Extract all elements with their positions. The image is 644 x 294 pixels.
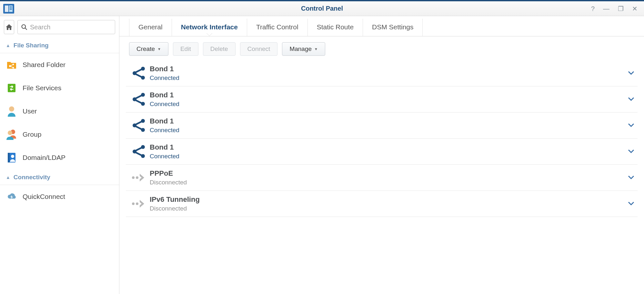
sidebar-item-label: Domain/LDAP <box>23 154 65 162</box>
search-field[interactable] <box>17 20 115 34</box>
chevron-down-icon[interactable] <box>628 71 638 75</box>
search-input[interactable] <box>30 24 112 31</box>
sidebar-item-group[interactable]: Group <box>0 123 119 146</box>
interface-row[interactable]: Bond 1Connected <box>126 86 638 113</box>
svg-point-5 <box>22 25 26 29</box>
content-area: GeneralNetwork InterfaceTraffic ControlS… <box>119 16 644 294</box>
section-header-file-sharing[interactable]: ▲File Sharing <box>0 37 119 53</box>
chevron-up-icon: ▲ <box>6 43 10 48</box>
chevron-down-icon: ▼ <box>314 47 318 51</box>
interface-name: Bond 1 <box>150 143 628 152</box>
interface-status: Connected <box>150 101 628 108</box>
chevron-down-icon[interactable] <box>628 175 638 180</box>
interface-row[interactable]: Bond 1Connected <box>126 139 638 165</box>
sidebar-item-label: Group <box>23 131 41 138</box>
chevron-down-icon[interactable] <box>628 123 638 128</box>
interface-name: Bond 1 <box>150 117 628 125</box>
interface-name: Bond 1 <box>150 65 628 73</box>
button-label: Edit <box>180 45 191 53</box>
sidebar-item-quickconnect[interactable]: QuickConnect <box>0 185 119 208</box>
domain-icon <box>6 152 17 163</box>
sidebar-item-file-services[interactable]: File Services <box>0 76 119 100</box>
close-icon[interactable]: ✕ <box>632 5 638 12</box>
svg-rect-4 <box>10 9 12 10</box>
section-header-connectivity[interactable]: ▲Connectivity <box>0 169 119 185</box>
tab-static-route[interactable]: Static Route <box>308 19 363 36</box>
connect-button: Connect <box>240 42 278 56</box>
svg-point-11 <box>9 106 14 112</box>
sidebar: ▲File SharingShared FolderFile ServicesU… <box>0 16 119 294</box>
sidebar-item-user[interactable]: User <box>0 100 119 123</box>
cloud-bolt-icon <box>6 191 17 202</box>
toolbar: Create▼EditDeleteConnectManage▼ <box>119 36 644 60</box>
section-label: Connectivity <box>14 174 50 181</box>
sidebar-item-label: User <box>23 107 37 115</box>
home-icon <box>5 23 13 31</box>
svg-line-6 <box>25 28 27 30</box>
interface-row[interactable]: Bond 1Connected <box>126 113 638 139</box>
svg-rect-3 <box>10 8 12 8</box>
button-label: Manage <box>289 45 312 53</box>
group-icon <box>6 129 17 140</box>
svg-point-13 <box>8 131 12 135</box>
home-button[interactable] <box>4 20 14 34</box>
bond-icon <box>127 92 150 106</box>
svg-point-30 <box>136 176 138 179</box>
interface-name: Bond 1 <box>150 91 628 99</box>
button-label: Create <box>136 45 155 53</box>
interface-row[interactable]: Bond 1Connected <box>126 60 638 86</box>
tunnel-icon <box>127 172 150 183</box>
svg-rect-10 <box>8 84 15 92</box>
window-title: Control Panel <box>0 5 644 12</box>
svg-rect-15 <box>8 153 10 162</box>
minimize-icon[interactable]: — <box>603 5 609 12</box>
svg-point-7 <box>9 65 11 67</box>
edit-button: Edit <box>173 42 198 56</box>
interface-status: Connected <box>150 74 628 82</box>
chevron-down-icon[interactable] <box>628 149 638 154</box>
chevron-down-icon[interactable] <box>628 201 638 206</box>
chevron-up-icon: ▲ <box>6 175 10 180</box>
tab-dsm-settings[interactable]: DSM Settings <box>363 19 423 36</box>
chevron-down-icon: ▼ <box>157 47 161 51</box>
interface-name: PPPoE <box>150 169 628 178</box>
interface-row[interactable]: IPv6 TunnelingDisconnected <box>126 191 638 217</box>
interface-status: Connected <box>150 127 628 134</box>
delete-button: Delete <box>203 42 236 56</box>
search-icon <box>21 24 27 30</box>
interface-status: Connected <box>150 153 628 160</box>
tab-traffic-control[interactable]: Traffic Control <box>247 19 308 36</box>
tunnel-icon <box>127 199 150 209</box>
titlebar: Control Panel ? — ❐ ✕ <box>0 1 644 16</box>
sidebar-item-shared-folder[interactable]: Shared Folder <box>0 53 119 76</box>
maximize-icon[interactable]: ❐ <box>618 5 624 12</box>
svg-point-31 <box>132 202 135 205</box>
app-icon <box>3 4 14 14</box>
create-button[interactable]: Create▼ <box>129 42 168 56</box>
sidebar-item-label: QuickConnect <box>23 193 65 201</box>
interface-row[interactable]: PPPoEDisconnected <box>126 165 638 191</box>
svg-point-29 <box>132 176 135 179</box>
svg-rect-0 <box>5 5 8 12</box>
folder-share-icon <box>6 59 17 71</box>
interface-name: IPv6 Tunneling <box>150 195 628 204</box>
sidebar-item-label: Shared Folder <box>23 61 65 69</box>
user-icon <box>6 105 17 117</box>
sidebar-item-domain-ldap[interactable]: Domain/LDAP <box>0 146 119 169</box>
tab-bar: GeneralNetwork InterfaceTraffic ControlS… <box>119 16 644 36</box>
svg-point-16 <box>11 155 14 158</box>
manage-button[interactable]: Manage▼ <box>282 42 325 56</box>
button-label: Delete <box>210 45 228 53</box>
file-sync-icon <box>6 82 17 94</box>
help-icon[interactable]: ? <box>591 5 595 12</box>
bond-icon <box>127 66 150 80</box>
sidebar-item-label: File Services <box>23 84 61 92</box>
interface-status: Disconnected <box>150 179 628 186</box>
svg-point-32 <box>136 202 138 205</box>
interface-list: Bond 1ConnectedBond 1ConnectedBond 1Conn… <box>119 60 644 294</box>
tab-network-interface[interactable]: Network Interface <box>172 19 247 36</box>
section-label: File Sharing <box>14 42 49 49</box>
tab-general[interactable]: General <box>129 19 172 36</box>
chevron-down-icon[interactable] <box>628 97 638 102</box>
button-label: Connect <box>247 45 270 53</box>
